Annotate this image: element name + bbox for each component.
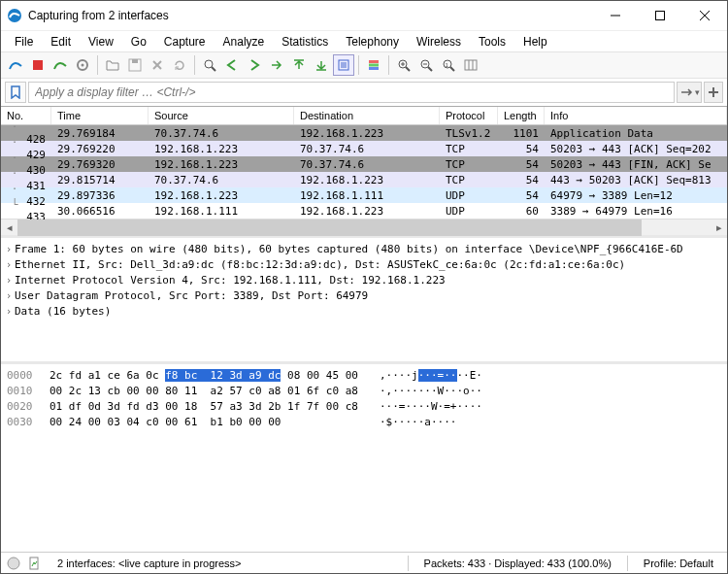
- expand-icon[interactable]: ›: [3, 288, 15, 304]
- filter-apply-button[interactable]: ▾: [677, 82, 702, 103]
- scroll-left-arrow-icon[interactable]: ◂: [1, 219, 17, 236]
- col-header-info[interactable]: Info: [545, 107, 727, 124]
- zoom-out-button[interactable]: [415, 54, 437, 76]
- svg-point-38: [8, 557, 19, 569]
- svg-rect-21: [369, 64, 379, 67]
- expert-info-icon[interactable]: [7, 557, 20, 570]
- auto-scroll-button[interactable]: [333, 54, 354, 76]
- hex-offsets-column: 0000 0010 0020 0030: [7, 368, 50, 548]
- display-filter-input[interactable]: [28, 82, 675, 103]
- details-line[interactable]: ›Data (16 bytes): [3, 304, 725, 320]
- go-last-button[interactable]: [311, 54, 332, 76]
- packet-row[interactable]: ·42929.769220192.168.1.22370.37.74.6TCP5…: [1, 141, 727, 156]
- zoom-in-button[interactable]: [393, 54, 414, 76]
- hex-row[interactable]: 00 2c 13 cb 00 00 80 11 a2 57 c0 a8 01 6…: [50, 384, 380, 399]
- menu-help[interactable]: Help: [515, 33, 555, 51]
- packet-list-header[interactable]: No. Time Source Destination Protocol Len…: [1, 107, 727, 125]
- col-header-proto[interactable]: Protocol: [440, 107, 498, 124]
- packet-details-pane[interactable]: ›Frame 1: 60 bytes on wire (480 bits), 6…: [1, 235, 727, 361]
- packet-row[interactable]: ·43029.769320192.168.1.22370.37.74.6TCP5…: [1, 156, 727, 172]
- svg-line-13: [212, 67, 215, 71]
- packet-list-hscrollbar[interactable]: ◂ ▸: [1, 219, 727, 235]
- status-profile[interactable]: Profile: Default: [636, 557, 721, 569]
- col-header-len[interactable]: Length: [498, 107, 545, 124]
- wireshark-app-icon: [7, 8, 22, 23]
- zoom-reset-button[interactable]: 1: [438, 54, 459, 76]
- details-line[interactable]: ›Frame 1: 60 bytes on wire (480 bits), 6…: [3, 242, 725, 257]
- ascii-row[interactable]: ···=····W·=+····: [380, 399, 482, 415]
- hex-row[interactable]: 2c fd a1 ce 6a 0c f8 bc 12 3d a9 dc 08 0…: [50, 368, 380, 384]
- scroll-thumb[interactable]: [17, 219, 642, 236]
- menu-analyze[interactable]: Analyze: [215, 33, 273, 51]
- hex-ascii-column[interactable]: ,····j···=····E· ·,·······W···o·· ···=··…: [380, 368, 482, 548]
- details-line[interactable]: ›Internet Protocol Version 4, Src: 192.1…: [3, 273, 725, 288]
- go-to-packet-button[interactable]: [266, 54, 287, 76]
- restart-capture-button[interactable]: [50, 54, 71, 76]
- colorize-button[interactable]: [363, 54, 384, 76]
- packet-row[interactable]: └43330.066516192.168.1.111192.168.1.223U…: [1, 203, 727, 219]
- resize-columns-button[interactable]: [460, 54, 481, 76]
- scroll-right-arrow-icon[interactable]: ▸: [711, 219, 727, 236]
- minimize-button[interactable]: [593, 1, 638, 30]
- stop-capture-button[interactable]: [27, 54, 49, 76]
- go-back-button[interactable]: [221, 54, 243, 76]
- expand-icon[interactable]: ›: [3, 304, 15, 320]
- packet-list-body[interactable]: ·42829.76918470.37.74.6192.168.1.223TLSv…: [1, 125, 727, 219]
- save-file-button[interactable]: [124, 54, 146, 76]
- expand-icon[interactable]: ›: [3, 257, 15, 273]
- hex-row[interactable]: 00 24 00 03 04 c0 00 61 b1 b0 00 00: [50, 415, 380, 430]
- capture-options-button[interactable]: [72, 54, 93, 76]
- packet-row[interactable]: ·43129.81571470.37.74.6192.168.1.223TCP5…: [1, 172, 727, 187]
- col-header-time[interactable]: Time: [51, 107, 149, 124]
- menu-telephony[interactable]: Telephony: [338, 33, 407, 51]
- packet-bytes-pane[interactable]: 0000 0010 0020 0030 2c fd a1 ce 6a 0c f8…: [1, 361, 727, 552]
- details-line[interactable]: ›Ethernet II, Src: Dell_3d:a9:dc (f8:bc:…: [3, 257, 725, 273]
- svg-rect-22: [369, 67, 379, 70]
- maximize-button[interactable]: [638, 1, 682, 30]
- window-title: Capturing from 2 interfaces: [28, 9, 593, 22]
- go-first-button[interactable]: [288, 54, 310, 76]
- menu-capture[interactable]: Capture: [156, 33, 214, 51]
- toolbar-sep: [388, 55, 389, 75]
- svg-line-24: [406, 67, 410, 71]
- packet-list-pane[interactable]: No. Time Source Destination Protocol Len…: [1, 106, 727, 235]
- capture-file-props-icon[interactable]: [28, 557, 42, 570]
- menu-go[interactable]: Go: [123, 33, 154, 51]
- svg-line-31: [450, 67, 454, 71]
- toolbar-sep: [358, 55, 359, 75]
- menu-file[interactable]: File: [7, 33, 41, 51]
- start-capture-button[interactable]: [5, 54, 26, 76]
- col-header-src[interactable]: Source: [149, 107, 294, 124]
- hex-bytes-column[interactable]: 2c fd a1 ce 6a 0c f8 bc 12 3d a9 dc 08 0…: [50, 368, 380, 548]
- svg-rect-33: [465, 60, 477, 70]
- menu-wireless[interactable]: Wireless: [409, 33, 469, 51]
- svg-point-12: [205, 60, 213, 68]
- ascii-row[interactable]: ·$·····a····: [380, 415, 482, 430]
- details-line[interactable]: ›User Datagram Protocol, Src Port: 3389,…: [3, 288, 725, 304]
- expand-icon[interactable]: ›: [3, 273, 15, 288]
- col-header-dst[interactable]: Destination: [294, 107, 440, 124]
- close-button[interactable]: [682, 1, 727, 30]
- hex-selection: f8 bc 12 3d a9 dc: [165, 369, 281, 382]
- menu-statistics[interactable]: Statistics: [274, 33, 336, 51]
- expand-icon[interactable]: ›: [3, 242, 15, 257]
- filter-bookmark-button[interactable]: [5, 82, 26, 103]
- filter-add-button[interactable]: [704, 82, 723, 103]
- go-forward-button[interactable]: [244, 54, 265, 76]
- reload-button[interactable]: [169, 54, 190, 76]
- menu-tools[interactable]: Tools: [471, 33, 513, 51]
- svg-rect-9: [132, 59, 138, 63]
- main-toolbar: 1: [1, 51, 727, 79]
- find-packet-button[interactable]: [199, 54, 220, 76]
- open-file-button[interactable]: [102, 54, 123, 76]
- hex-row[interactable]: 01 df 0d 3d fd d3 00 18 57 a3 3d 2b 1f 7…: [50, 399, 380, 415]
- svg-rect-5: [33, 60, 43, 70]
- packet-row[interactable]: ·42829.76918470.37.74.6192.168.1.223TLSv…: [1, 125, 727, 141]
- close-file-button[interactable]: [147, 54, 168, 76]
- menu-edit[interactable]: Edit: [43, 33, 79, 51]
- svg-line-28: [428, 67, 432, 71]
- ascii-row[interactable]: ·,·······W···o··: [380, 384, 482, 399]
- menu-view[interactable]: View: [81, 33, 121, 51]
- packet-row[interactable]: ·43229.897336192.168.1.223192.168.1.111U…: [1, 187, 727, 203]
- ascii-row[interactable]: ,····j···=····E·: [380, 368, 482, 384]
